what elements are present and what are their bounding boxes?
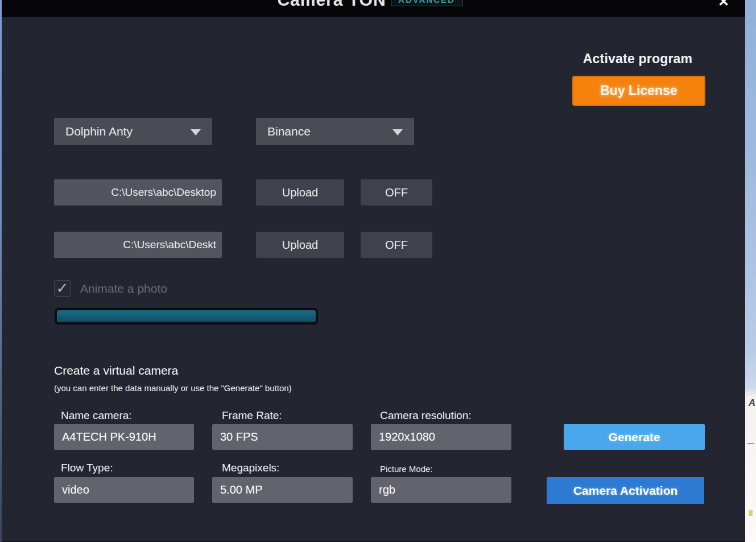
chevron-down-icon (191, 129, 201, 136)
activate-program-heading: Activate program (571, 51, 705, 67)
picture-mode-field[interactable]: rgb (371, 477, 511, 503)
camera-activation-button[interactable]: Camera Activation (547, 477, 704, 504)
window-title: Camera TON (269, 0, 394, 10)
chevron-down-icon (393, 129, 403, 136)
close-icon[interactable]: ✕ (714, 0, 733, 10)
flow-type-label: Flow Type: (61, 462, 113, 474)
camera-resolution-label: Camera resolution: (380, 409, 472, 422)
frame-rate-label: Frame Rate: (222, 409, 282, 422)
animate-photo-label: Animate a photo (80, 282, 167, 295)
profile-dropdown[interactable]: Dolphin Anty (54, 118, 212, 145)
name-camera-field[interactable]: A4TECH PK-910H (54, 424, 194, 450)
name-camera-label: Name camera: (61, 409, 132, 422)
background-window-text-fragment: A (749, 397, 755, 409)
buy-license-button[interactable]: Buy License (572, 76, 705, 106)
service-dropdown[interactable]: Binance (256, 118, 414, 145)
app-window: Camera TON ADVANCED ✕ A Activate program… (0, 0, 756, 542)
animate-photo-checkbox[interactable]: ✓ (54, 280, 71, 297)
flow-type-field[interactable]: video (54, 477, 194, 503)
file-path-input-1[interactable]: C:\Users\abc\Desktop (54, 179, 222, 206)
picture-mode-label: Picture Mode: (380, 464, 433, 474)
upload-button-2[interactable]: Upload (256, 232, 344, 258)
virtual-camera-subheading: (you can enter the data manually or use … (54, 383, 292, 393)
background-window-line-fragment (747, 443, 754, 444)
upload-button-1[interactable]: Upload (256, 179, 344, 206)
titlebar: Camera TON ADVANCED ✕ (2, 0, 745, 17)
toggle-off-button-2[interactable]: OFF (361, 232, 432, 258)
megapixels-field[interactable]: 5.00 MP (212, 477, 353, 503)
progress-bar (55, 309, 317, 324)
camera-resolution-field[interactable]: 1920x1080 (371, 424, 511, 450)
generate-button[interactable]: Generate (564, 424, 705, 450)
file-path-input-2[interactable]: C:\Users\abc\Deskt (54, 232, 222, 258)
advanced-badge: ADVANCED (391, 0, 462, 6)
toggle-off-button-1[interactable]: OFF (361, 179, 432, 206)
frame-rate-field[interactable]: 30 FPS (212, 424, 353, 450)
background-window-color-fragment (749, 510, 753, 516)
megapixels-label: Megapixels: (222, 462, 279, 474)
checkmark-icon: ✓ (56, 280, 69, 297)
profile-dropdown-value: Dolphin Anty (65, 125, 133, 138)
virtual-camera-heading: Create a virtual camera (54, 364, 178, 377)
background-window-sliver: A (745, 0, 756, 542)
service-dropdown-value: Binance (267, 125, 311, 138)
background-window-left-edge (0, 0, 2, 542)
